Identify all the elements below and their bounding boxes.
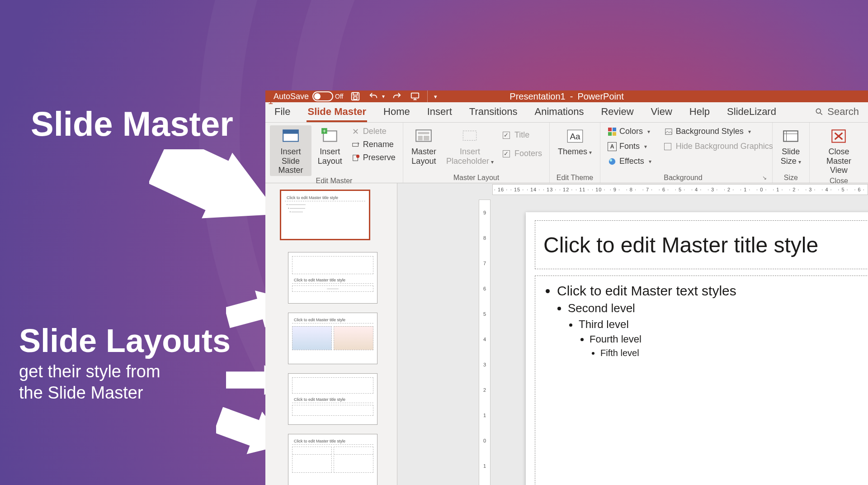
thumb-layout-1[interactable]: Click to edit Master title style ──────	[288, 252, 377, 304]
colors-label: Colors	[619, 127, 643, 136]
slide-canvas[interactable]: Click to edit Master title style Click t…	[526, 212, 868, 485]
svg-rect-9	[283, 130, 298, 133]
workspace: 1 Click to edit Master title style • ───…	[265, 183, 868, 485]
title-checkbox-label: Title	[514, 130, 529, 140]
slide-size-label: Slide Size	[781, 147, 801, 166]
app-name: PowerPoint	[577, 91, 623, 102]
rename-button[interactable]: Rename	[349, 138, 398, 151]
svg-rect-20	[463, 131, 476, 140]
svg-point-27	[609, 158, 615, 164]
title-placeholder[interactable]: Click to edit Master title style	[535, 220, 868, 269]
present-icon[interactable]	[409, 90, 421, 102]
undo-icon[interactable]	[368, 90, 379, 102]
background-styles-button[interactable]: Background Styles	[661, 125, 776, 138]
themes-label: Themes	[558, 147, 592, 157]
rename-label: Rename	[363, 140, 394, 149]
search-placeholder: Search	[827, 106, 859, 118]
svg-rect-30	[784, 131, 798, 141]
svg-rect-25	[608, 132, 612, 135]
thumb-title-text: Click to edit Master title style	[285, 195, 365, 201]
svg-rect-19	[424, 136, 429, 140]
body-level-5: Fifth level	[600, 348, 639, 358]
tab-slidelizard[interactable]: SlideLizard	[726, 102, 777, 122]
autosave-switch-icon[interactable]	[312, 91, 333, 101]
search-box[interactable]: Search	[815, 106, 868, 122]
fonts-button[interactable]: A Fonts	[605, 140, 654, 152]
arrow-to-master-icon	[149, 149, 285, 249]
ribbon: Insert Slide Master + Insert Layout ✕ De…	[265, 123, 868, 183]
redo-icon[interactable]	[391, 90, 403, 102]
delete-icon: ✕	[351, 127, 360, 136]
tab-view[interactable]: View	[650, 102, 673, 122]
svg-rect-24	[613, 128, 616, 131]
hide-background-label: Hide Background Graphics	[676, 142, 773, 151]
svg-text:+: +	[323, 128, 326, 134]
themes-icon: Aa	[566, 127, 585, 145]
tab-animations[interactable]: Animations	[534, 102, 585, 122]
effects-icon	[608, 157, 617, 166]
autosave-toggle[interactable]: AutoSave Off	[274, 91, 343, 101]
checkbox-icon: ✓	[503, 132, 510, 139]
fonts-icon: A	[608, 142, 617, 151]
footers-checkbox[interactable]: ✓ Footers	[500, 147, 545, 160]
tab-slide-master[interactable]: Slide Master	[307, 102, 367, 122]
delete-button[interactable]: ✕ Delete	[349, 125, 398, 138]
svg-rect-23	[608, 128, 612, 131]
powerpoint-window: AutoSave Off ▾ ▾ Presentation1 - PowerPo…	[265, 90, 868, 485]
save-icon[interactable]	[349, 90, 361, 102]
slide-size-button[interactable]: Slide Size	[777, 125, 805, 166]
background-dialog-launcher-icon[interactable]: ↘	[761, 175, 768, 182]
title-checkbox[interactable]: ✓ Title	[500, 129, 545, 141]
background-styles-label: Background Styles	[676, 127, 744, 136]
slide-size-icon	[781, 127, 800, 145]
insert-placeholder-button[interactable]: Insert Placeholder	[443, 125, 497, 166]
insert-slide-master-label: Insert Slide Master	[274, 147, 308, 175]
callout-slide-master: Slide Master	[31, 106, 233, 142]
svg-point-15	[356, 154, 359, 157]
effects-label: Effects	[619, 157, 644, 166]
group-edit-master: Insert Slide Master + Insert Layout ✕ De…	[265, 123, 403, 183]
tab-insert[interactable]: Insert	[426, 102, 453, 122]
tab-review[interactable]: Review	[600, 102, 634, 122]
callout-slide-layouts: Slide Layouts get their style from the S…	[19, 324, 231, 404]
thumb-layout-4[interactable]: Click to edit Master title style	[288, 434, 377, 485]
close-master-view-button[interactable]: Close Master View	[814, 125, 863, 176]
thumb-title-text: Click to edit Master title style	[292, 317, 373, 323]
close-icon	[829, 127, 848, 145]
callout-layouts-title: Slide Layouts	[19, 324, 231, 358]
group-master-layout-label: Master Layout	[408, 173, 545, 182]
thumb-layout-3[interactable]: Click to edit Master title style	[288, 373, 377, 425]
svg-marker-0	[149, 149, 285, 247]
body-placeholder[interactable]: Click to edit Master text styles Second …	[535, 276, 868, 485]
group-size-label: Size	[777, 173, 805, 182]
group-background-label: Background	[605, 173, 761, 182]
insert-slide-master-button[interactable]: Insert Slide Master	[270, 125, 311, 176]
thumb-layout-2[interactable]: Click to edit Master title style	[288, 313, 377, 364]
tab-help[interactable]: Help	[689, 102, 711, 122]
group-edit-theme: Aa Themes Edit Theme	[550, 123, 600, 183]
themes-button[interactable]: Aa Themes	[554, 125, 595, 157]
tab-transitions[interactable]: Transitions	[468, 102, 519, 122]
title-placeholder-text: Click to edit Master title style	[543, 233, 818, 257]
undo-chevron-icon[interactable]: ▾	[382, 93, 385, 100]
colors-button[interactable]: Colors	[605, 125, 654, 138]
preserve-label: Preserve	[363, 153, 396, 162]
svg-rect-13	[353, 143, 359, 146]
preserve-button[interactable]: Preserve	[349, 152, 398, 164]
body-level-2: Second level	[568, 301, 635, 315]
document-name: Presentation1	[509, 91, 565, 102]
insert-layout-button[interactable]: + Insert Layout	[314, 125, 346, 166]
hide-background-checkbox[interactable]: Hide Background Graphics	[661, 140, 776, 152]
autosave-state: Off	[335, 93, 343, 100]
master-layout-button[interactable]: Master Layout	[408, 125, 440, 166]
thumbnail-panel[interactable]: 1 Click to edit Master title style • ───…	[265, 183, 397, 485]
qat-overflow-icon[interactable]: ▾	[434, 93, 437, 100]
search-icon	[815, 107, 824, 116]
insert-placeholder-icon	[460, 127, 479, 145]
window-title: Presentation1 - PowerPoint	[509, 91, 623, 102]
thumb-slide-master[interactable]: Click to edit Master title style • ─────…	[280, 190, 370, 240]
effects-button[interactable]: Effects	[605, 155, 654, 167]
tab-file[interactable]: File	[274, 102, 291, 122]
insert-slide-master-icon	[281, 127, 300, 145]
tab-home[interactable]: Home	[382, 102, 411, 122]
